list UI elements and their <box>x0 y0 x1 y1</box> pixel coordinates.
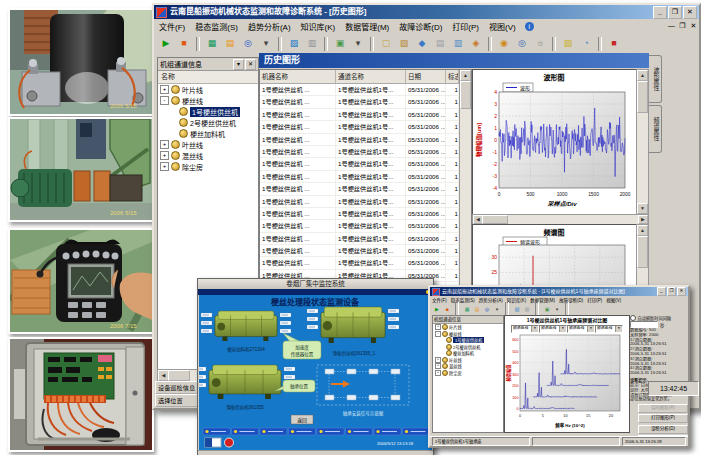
col-machine-name[interactable]: 机器名称 <box>260 70 336 83</box>
menu-item[interactable]: 知识库(K) <box>296 21 341 32</box>
spectrum-select-2[interactable]: 频谱曲线▾ <box>539 325 567 333</box>
menu-item[interactable]: 打印(P) <box>585 297 604 303</box>
analysis-titlebar[interactable]: 云南昆船振动机械状态监测和故障诊断系统 - [1号梗丝供丝机1号轴承座频谱对比图… <box>430 287 688 296</box>
table-row[interactable]: 1号梗丝供丝机 ...1号梗丝供丝机1号...05/31/2006 ...1 <box>260 109 471 121</box>
spectrum-select-4[interactable]: 频谱曲线▾ <box>595 325 623 333</box>
main-titlebar[interactable]: 云南昆船振动机械状态监测和故障诊断系统 - [历史图形] _ ❐ ✕ <box>154 5 699 19</box>
menu-item[interactable]: 故障诊断(D) <box>557 297 585 303</box>
tree-item[interactable]: +叶片线 <box>158 84 258 95</box>
tree-item[interactable]: 1号梗丝供丝机 <box>158 106 258 117</box>
menu-item[interactable]: 稳态监测(S) <box>190 21 243 32</box>
menu-item[interactable]: 稳态监测(S) <box>449 297 477 303</box>
export-record-icon[interactable]: ▥ <box>450 36 466 52</box>
tree-toggle-icon[interactable]: + <box>160 151 169 160</box>
waveform-window-icon[interactable]: ▨ <box>513 305 521 313</box>
stop-icon[interactable]: ■ <box>176 36 192 52</box>
mail-icon[interactable]: ▧ <box>560 36 576 52</box>
start-icon[interactable]: ▶ <box>433 305 441 313</box>
tree-toggle-icon[interactable]: + <box>160 140 169 149</box>
tree-item[interactable]: 梗丝加料机 <box>158 128 258 139</box>
close-button[interactable]: ✕ <box>683 6 697 19</box>
tab-spectrum-properties[interactable]: 频谱属性 <box>649 105 662 153</box>
spectrum-window-icon[interactable]: ▥ <box>304 36 320 52</box>
spectrum-select-3[interactable]: 频谱曲线▾ <box>567 325 595 333</box>
menu-item[interactable]: 视图(V) <box>604 297 623 303</box>
back-button[interactable]: 返回 <box>291 415 313 424</box>
menu-item[interactable]: 文件(F) <box>430 297 449 303</box>
mdi-restore-button[interactable]: ❐ <box>677 22 688 30</box>
menu-item[interactable]: 趋势分析(A) <box>243 21 296 32</box>
dynamic-balance-icon[interactable]: ◎ <box>240 36 256 52</box>
waveform-vscrollbar[interactable]: ▲ ▼ <box>636 69 649 215</box>
table-row[interactable]: 1号梗丝供丝机 ...1号梗丝供丝机1号...05/31/2006 ...1 <box>260 171 471 183</box>
save-record-icon[interactable]: ▤ <box>432 36 448 52</box>
stop-icon[interactable]: ■ <box>443 305 451 313</box>
table-row[interactable]: 1号梗丝供丝机 ...1号梗丝供丝机1号...05/31/2006 ...1 <box>260 208 471 220</box>
table-row[interactable]: 1号梗丝供丝机 ...1号梗丝供丝机1号...05/31/2006 ...1 <box>260 196 471 208</box>
trend-analysis-icon[interactable]: ▤ <box>473 305 481 313</box>
pin-icon[interactable]: ▾ <box>233 59 244 70</box>
minimize-button[interactable]: _ <box>653 6 667 19</box>
menu-item[interactable]: 视图(V) <box>484 21 521 32</box>
info-icon[interactable]: i <box>525 22 534 31</box>
tree-toggle-icon[interactable]: + <box>435 324 441 330</box>
open-record-icon[interactable]: ▧ <box>396 36 412 52</box>
spectrum-select-1[interactable]: 频谱曲线▾ <box>511 325 539 333</box>
table-row[interactable]: 1号梗丝供丝机 ...1号梗丝供丝机1号...05/31/2006 ...1 <box>260 134 471 146</box>
tree-item[interactable]: 2号梗丝供丝机 <box>158 117 258 128</box>
search-icon[interactable]: ◎ <box>514 36 530 52</box>
trend-analysis-icon[interactable]: ▤ <box>222 36 238 52</box>
spectrum-window-icon[interactable]: ▥ <box>523 305 531 313</box>
menu-item[interactable]: 文件(F) <box>154 21 190 32</box>
action-button[interactable]: 诊断分析(D) <box>638 425 688 434</box>
tree-toggle-icon[interactable]: - <box>160 96 169 105</box>
more-2-icon[interactable]: ▾ <box>350 36 366 52</box>
col-flag[interactable]: 标志 <box>446 70 459 83</box>
table-row[interactable]: 1号梗丝供丝机 ...1号梗丝供丝机1号...05/31/2006 ...1 <box>260 146 471 158</box>
waveform-window-icon[interactable]: ▨ <box>286 36 302 52</box>
tree-item[interactable]: +除尘房 <box>433 370 503 377</box>
refresh-interval-input[interactable] <box>630 321 658 328</box>
table-row[interactable]: 1号梗丝供丝机 ...1号梗丝供丝机1号...05/31/2006 ...1 <box>260 183 471 195</box>
col-channel-name[interactable]: 通道名称 <box>336 70 406 83</box>
edit-record-icon[interactable]: ◆ <box>414 36 430 52</box>
more-1-icon[interactable]: ▾ <box>258 36 274 52</box>
mdi-close-button[interactable]: ✕ <box>688 22 699 30</box>
col-date[interactable]: 日期 <box>406 70 446 83</box>
chevron-down-icon[interactable]: ▾ <box>615 326 622 332</box>
machine-supply-2[interactable] <box>199 365 295 399</box>
diagnose-icon[interactable]: ◉ <box>496 36 512 52</box>
machine-feeder[interactable] <box>201 311 291 341</box>
menu-item[interactable]: 数据管理(M) <box>340 21 394 32</box>
table-row[interactable]: 1号梗丝供丝机 ...1号梗丝供丝机1号...05/31/2006 ...1 <box>260 245 471 257</box>
monitor-taskbar[interactable] <box>203 428 430 435</box>
machine-supply-1[interactable] <box>307 307 399 343</box>
tree-toggle-icon[interactable]: - <box>435 331 441 337</box>
exit-icon[interactable]: ■ <box>606 36 622 52</box>
new-record-icon[interactable]: ▢ <box>378 36 394 52</box>
chevron-down-icon[interactable]: ▾ <box>531 326 538 332</box>
action-button[interactable]: 实时刷新(R) <box>638 404 688 413</box>
monitor-titlebar[interactable]: 卷烟厂集中监控系统 <box>198 279 433 289</box>
chevron-down-icon[interactable]: ▾ <box>559 326 566 332</box>
table-row[interactable]: 1号梗丝供丝机 ...1号梗丝供丝机1号...05/31/2006 ...1 <box>260 220 471 232</box>
dynamic-balance-icon[interactable]: ◎ <box>483 305 491 313</box>
action-button[interactable]: 打印图形(P) <box>638 414 688 423</box>
menu-item[interactable]: 故障诊断(D) <box>394 21 447 32</box>
steady-monitor-icon[interactable]: ▦ <box>204 36 220 52</box>
table-row[interactable]: 1号梗丝供丝机 ...1号梗丝供丝机1号...05/31/2006 ...1 <box>260 257 471 269</box>
knowledge-base-icon[interactable]: ◈ <box>468 36 484 52</box>
analysis-close-button[interactable]: ✕ <box>677 287 686 296</box>
steady-monitor-icon[interactable]: ▦ <box>463 305 471 313</box>
tree-toggle-icon[interactable]: + <box>435 363 441 369</box>
dock-close-icon[interactable]: ✕ <box>245 59 256 70</box>
table-row[interactable]: 1号梗丝供丝机 ...1号梗丝供丝机1号...05/31/2006 ...1 <box>260 158 471 170</box>
tree-item[interactable]: +混丝线 <box>158 150 258 161</box>
menu-item[interactable]: 数据管理(M) <box>528 297 557 303</box>
analysis-minimize-button[interactable]: _ <box>657 287 666 296</box>
analysis-restore-button[interactable]: ❐ <box>667 287 676 296</box>
menu-item[interactable]: 打印(P) <box>447 21 484 32</box>
history-graph-icon[interactable]: ▣ <box>543 305 551 313</box>
table-row[interactable]: 1号梗丝供丝机 ...1号梗丝供丝机1号...05/31/2006 ...1 <box>260 96 471 108</box>
tree-toggle-icon[interactable]: + <box>435 370 441 376</box>
